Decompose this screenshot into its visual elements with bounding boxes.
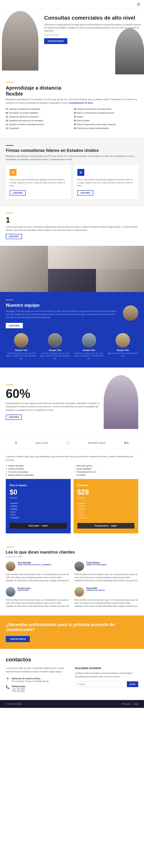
gallery-cell-1	[0, 246, 48, 292]
firma-card-2: ⊕ Esto es solo texto de ejemplo para agr…	[74, 165, 138, 199]
location-icon: 📍	[6, 677, 10, 681]
list-item: 11. Expertos en diseño de planta/producc…	[6, 123, 70, 126]
firmas-cards: ⊕ Esto es solo texto de ejemplo para agr…	[6, 165, 138, 199]
list-item: 06. Sistemas de medición automatizados	[74, 127, 138, 130]
sixty-button[interactable]: LEER MÁS	[6, 414, 22, 420]
firmas-description: Brindamos aprendizaje en línea flexible …	[6, 155, 138, 161]
sixty-percentage: 60%	[6, 388, 100, 400]
gallery-cell-3	[96, 246, 144, 269]
contactos-section: contactos Lorem ipsum dolor sit amet, co…	[0, 649, 144, 700]
sixty-left: 60% Esta programa es la que aplica la co…	[6, 384, 100, 420]
personal-card-period: mensual	[77, 497, 135, 499]
firma-card-1-text: Esto es solo texto de ejemplo para agreg…	[10, 178, 67, 187]
member-1-avatar	[14, 333, 28, 347]
contact-description: Lorem ipsum dolor sit amet, consectetur …	[6, 666, 69, 673]
personal-card-label: Personal	[77, 484, 135, 487]
card-icon-blue: ⊕	[77, 169, 84, 176]
list-item: 08. Remolques con amplia estabilidad	[6, 112, 70, 114]
pricing-cards-section: Para el equipo $0 mensual • nosetros • C…	[0, 479, 144, 539]
hamburger-icon[interactable]: ☰	[137, 2, 140, 6]
equipo-button[interactable]: LEER MÁS	[6, 323, 23, 328]
personal-card-price: $29	[77, 488, 135, 496]
footer-link-legal[interactable]: Legal	[134, 703, 138, 705]
team-card-items: • nosetros • Cambio • Asignar • crea 3 •…	[10, 502, 67, 519]
office-label: Ubicación de nuestra oficina	[11, 677, 48, 680]
feature-4: ✓ Studio Detalladas	[74, 468, 138, 470]
phone-label: Teléfono (fijo)	[11, 685, 25, 687]
brand-1: S	[15, 441, 17, 445]
hero-cta-button[interactable]: CONTÁCTENOS	[44, 38, 67, 44]
footer: © Lorem 2021 Mel. Privacidad Legal	[0, 700, 144, 708]
hero-image-tag: Imagen de Freepik	[44, 34, 141, 36]
testi-card-3: Errala Lorem SECRETARIO Proin sed libero…	[6, 587, 70, 608]
member-3-name: Sample Title	[74, 349, 104, 351]
testimonials-divider	[6, 547, 13, 548]
hero-woman-image	[0, 9, 42, 70]
footer-link-privacy[interactable]: Privacidad	[122, 703, 131, 705]
equipo-content: Nuestro equipo Paragraph. Click here to …	[6, 300, 138, 328]
firma-card-1: ⊕ Esto es solo texto de ejemplo para agr…	[6, 165, 71, 199]
brand-5: MA	[124, 441, 129, 445]
team-card-period: mensual	[10, 497, 67, 499]
testimonials-section: Lea lo que dicen nuestros clientes Image…	[0, 539, 144, 615]
team-card-button[interactable]: Subir gratis → Zapier	[10, 523, 67, 529]
gallery-description: Lorem ipsum dolor sit amet, consectetur …	[6, 225, 138, 232]
contact-phone: 📞 Teléfono (fijo) +39.2 742 6962+39.2 26…	[6, 685, 69, 692]
member-4-desc: again Or double click to start editing t…	[107, 352, 138, 357]
feature-5: ✓ Funciones actualizadas	[6, 471, 70, 473]
team-card-price: $0	[10, 488, 67, 496]
feature-8: ✓ Conectado	[74, 474, 138, 476]
testi-3-text: Proin sed libero enim sed faucibus turpi…	[6, 598, 70, 608]
office-address: The Courtyard, 8 Quay 5 Schleußig, 35I p…	[11, 680, 48, 682]
pricing-intro-section: Comience a utilizar static.app como aloj…	[0, 449, 144, 479]
hero-section: Consultas comerciales de alto nivel Ofre…	[0, 9, 144, 74]
gallery-number: 1	[6, 216, 138, 224]
brand-3: ⬡	[66, 441, 70, 445]
pricing-features: ✓ Páginas ilimitadas ✓ Soluciones granas…	[6, 465, 138, 476]
firma-card-2-text: Esto es solo texto de ejemplo para agreg…	[77, 178, 135, 187]
testi-2-avatar	[74, 561, 84, 571]
testi-4-text: Proin sed libero enim sed faucibus turpi…	[74, 598, 138, 608]
list-item: 03. Equipo	[74, 115, 138, 118]
personal-card-items: • nosetros • Cambio • Asignar • crea 3 •…	[77, 502, 135, 519]
member-3-avatar	[82, 333, 96, 347]
equipo-description: Paragraph. Click here to add your own te…	[6, 310, 119, 319]
feature-3: ✓ Archivos ilimitados	[6, 468, 70, 470]
member-2-desc: Click here to add your own text. Click a…	[40, 352, 70, 360]
list-item: 05. Equipos de producción de componentes	[74, 107, 138, 111]
testi-card-2: Frank Almary DIRECTOR FINANCIERO Proin s…	[74, 561, 138, 582]
gallery-button[interactable]: LEER MÁS	[6, 234, 22, 239]
header: ☰	[0, 0, 144, 9]
brand-2: BALVIN	[36, 441, 48, 444]
testi-2-text: Proin sed libero enim sed faucibus turpi…	[74, 573, 138, 582]
gallery-grid	[0, 246, 144, 292]
member-2-avatar	[48, 333, 62, 347]
member-2: Sample Title Click here to add your own …	[40, 333, 70, 360]
gallery-cell-4	[48, 269, 96, 292]
sixty-woman-image	[104, 375, 138, 429]
firma-card-1-button[interactable]: LEER MÁS	[10, 190, 26, 195]
testimonials-grid: Jorh Almaida DIRECTOR EJECUTIVO DE LA EM…	[6, 561, 138, 608]
gallery-cell-2	[48, 246, 96, 269]
member-4: Sample Title again Or double click to st…	[107, 333, 138, 360]
cta-button[interactable]: CONTÁCTENOS	[6, 636, 30, 642]
hero-description: Ofrecemos un amplia gama de consultas pa…	[44, 23, 141, 32]
firma-card-2-button[interactable]: LEER MÁS	[77, 190, 94, 195]
gallery-content: 1 Lorem ipsum dolor sit amet, consectetu…	[0, 207, 144, 246]
equipo-title: Nuestro equipo	[6, 303, 119, 308]
member-4-name: Sample Title	[107, 349, 138, 351]
team-card-label: Para el equipo	[10, 484, 67, 487]
testi-2-name: Frank Almary	[86, 561, 107, 564]
testi-1-avatar	[6, 561, 15, 571]
personal-card-button[interactable]: Proceda ahora → Zapier	[77, 523, 135, 529]
list-item: 09. Barras-Componentes, brazo-radial, co…	[74, 123, 138, 126]
brand-4: BARMETIQUE	[88, 442, 105, 444]
aprendizaje-list: 07. Sistemas manufactura de materiales 0…	[6, 107, 138, 130]
subscribe-button[interactable]: Enviar	[127, 681, 138, 687]
hero-content: Consultas comerciales de alto nivel Ofre…	[42, 9, 144, 70]
testi-3-role: SECRETARIO	[18, 589, 31, 591]
email-input[interactable]	[75, 681, 127, 687]
aprendizaje-section: Aprendizaje a distanciaflexible Brindamo…	[0, 74, 144, 137]
gallery-divider	[6, 213, 13, 213]
gallery-section: 1 Lorem ipsum dolor sit amet, consectetu…	[0, 207, 144, 292]
